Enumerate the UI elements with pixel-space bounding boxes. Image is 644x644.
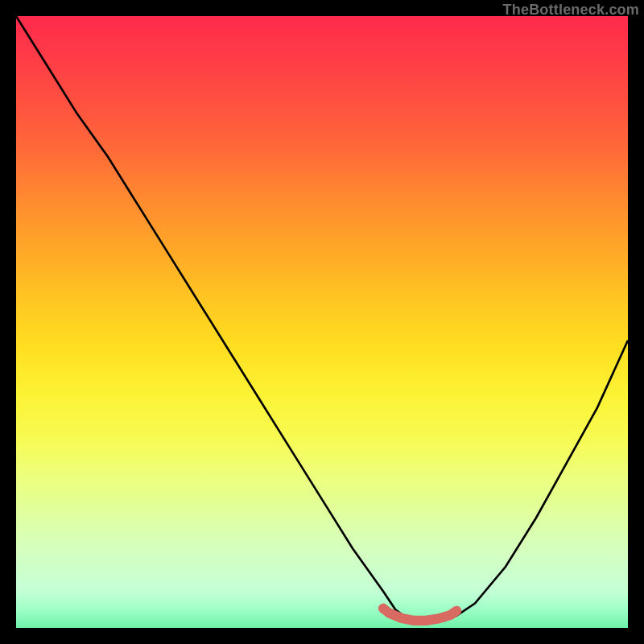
chart-frame: TheBottleneck.com xyxy=(0,0,644,644)
optimal-range-marker xyxy=(383,609,456,621)
plot-area xyxy=(16,16,628,628)
curve-layer xyxy=(16,16,628,628)
bottleneck-curve xyxy=(16,16,628,621)
